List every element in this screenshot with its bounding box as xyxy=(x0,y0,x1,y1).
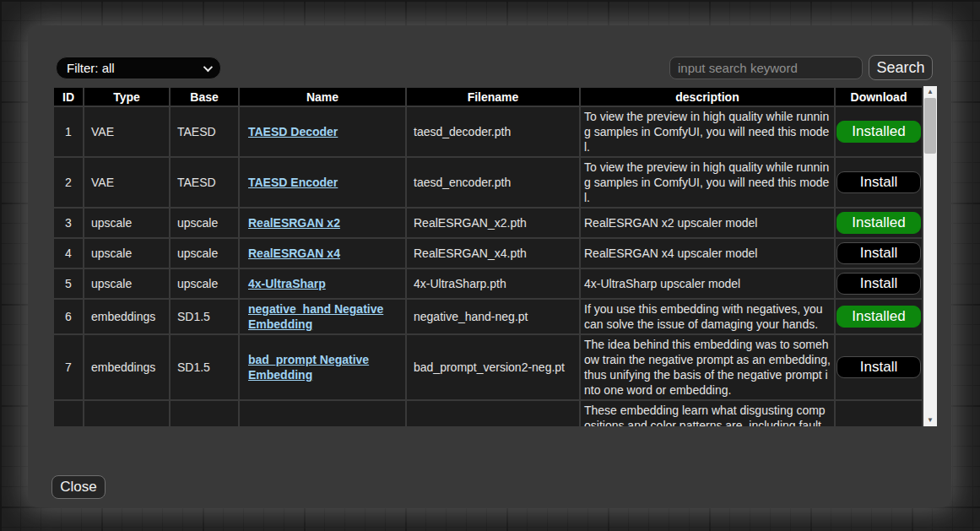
cell-description: RealESRGAN x4 upscaler model xyxy=(581,239,834,268)
cell-filename: taesd_encoder.pth xyxy=(407,158,579,207)
column-header-base: Base xyxy=(171,88,238,106)
table-row: 1VAETAESDTAESD Decodertaesd_decoder.pthT… xyxy=(54,107,922,156)
scroll-up-icon[interactable]: ▲ xyxy=(923,86,937,98)
cell-filename: 4x-UltraSharp.pth xyxy=(407,269,579,298)
search-button[interactable]: Search xyxy=(869,55,933,80)
cell-description: To view the preview in high quality whil… xyxy=(581,158,834,207)
model-name-link[interactable]: 4x-UltraSharp xyxy=(248,277,326,290)
cell-type: VAE xyxy=(84,158,169,207)
model-name-link[interactable]: bad_prompt Negative Embedding xyxy=(248,353,369,382)
close-button[interactable]: Close xyxy=(51,475,106,499)
table-header-row: IDTypeBaseNameFilenamedescriptionDownloa… xyxy=(54,88,922,106)
table-row: 7embeddingsSD1.5bad_prompt Negative Embe… xyxy=(54,335,922,399)
install-button[interactable]: Install xyxy=(837,242,921,264)
cell-id: 4 xyxy=(54,239,83,268)
cell-filename: negative_hand-neg.pt xyxy=(407,300,579,333)
cell-type: embeddings xyxy=(84,335,169,399)
models-table: IDTypeBaseNameFilenamedescriptionDownloa… xyxy=(52,86,923,426)
cell-description: 4x-UltraSharp upscaler model xyxy=(581,269,834,298)
search-input[interactable] xyxy=(669,57,863,79)
cell-name: 4x-UltraSharp xyxy=(240,269,405,298)
install-button[interactable]: Install xyxy=(837,356,921,378)
cell-base: TAESD xyxy=(171,158,238,207)
cell-download: Install xyxy=(836,158,922,207)
filter-select-value: Filter: all xyxy=(67,61,115,75)
cell-id xyxy=(54,401,83,426)
model-name-link[interactable]: RealESRGAN x2 xyxy=(248,216,340,230)
installed-button: Installed xyxy=(837,306,921,328)
cell-base: upscale xyxy=(171,239,238,268)
filter-select[interactable]: Filter: all xyxy=(56,57,221,79)
model-name-link[interactable]: RealESRGAN x4 xyxy=(248,247,340,260)
install-models-dialog: Filter: all Search IDTypeBaseNameFilenam… xyxy=(28,25,951,507)
cell-name: RealESRGAN x2 xyxy=(240,209,405,237)
install-button[interactable]: Install xyxy=(837,171,921,193)
installed-button: Installed xyxy=(837,121,921,143)
cell-filename: taesd_decoder.pth xyxy=(407,107,579,156)
cell-type: upscale xyxy=(84,239,169,268)
model-name-link[interactable]: TAESD Decoder xyxy=(248,125,338,138)
column-header-filename: Filename xyxy=(407,88,579,106)
cell-name: negative_hand Negative Embedding xyxy=(240,300,405,333)
cell-id: 5 xyxy=(54,269,83,298)
scrollbar-thumb[interactable] xyxy=(924,98,936,154)
cell-id: 7 xyxy=(54,335,83,399)
cell-name: TAESD Decoder xyxy=(240,107,405,156)
column-header-download: Download xyxy=(836,88,922,106)
cell-description: These embedding learn what disgusting co… xyxy=(581,401,834,426)
cell-download: Installed xyxy=(836,107,922,156)
table-row: 4upscaleupscaleRealESRGAN x4RealESRGAN_x… xyxy=(54,239,922,268)
cell-id: 1 xyxy=(54,107,83,156)
column-header-type: Type xyxy=(84,88,169,106)
table-row: 3upscaleupscaleRealESRGAN x2RealESRGAN_x… xyxy=(54,209,922,237)
cell-type xyxy=(84,401,169,426)
cell-type: VAE xyxy=(84,107,169,156)
column-header-description: description xyxy=(581,88,834,106)
table-row: These embedding learn what disgusting co… xyxy=(54,401,922,426)
cell-base xyxy=(171,401,238,426)
cell-name xyxy=(240,401,405,426)
cell-base: upscale xyxy=(171,269,238,298)
cell-id: 3 xyxy=(54,209,83,237)
models-table-container: IDTypeBaseNameFilenamedescriptionDownloa… xyxy=(52,86,937,426)
scroll-down-icon[interactable]: ▼ xyxy=(923,415,937,426)
cell-filename xyxy=(407,401,579,426)
cell-base: SD1.5 xyxy=(171,335,238,399)
cell-type: upscale xyxy=(84,269,169,298)
table-body: 1VAETAESDTAESD Decodertaesd_decoder.pthT… xyxy=(54,107,922,426)
column-header-id: ID xyxy=(54,88,83,106)
column-header-name: Name xyxy=(240,88,405,106)
cell-download: Installed xyxy=(836,300,922,333)
table-row: 5upscaleupscale4x-UltraSharp4x-UltraShar… xyxy=(54,269,922,298)
cell-description: To view the preview in high quality whil… xyxy=(581,107,834,156)
cell-filename: RealESRGAN_x4.pth xyxy=(407,239,579,268)
cell-base: SD1.5 xyxy=(171,300,238,333)
cell-type: embeddings xyxy=(84,300,169,333)
cell-base: upscale xyxy=(171,209,238,237)
cell-download: Install xyxy=(836,239,922,268)
cell-type: upscale xyxy=(84,209,169,237)
cell-download: Install xyxy=(836,269,922,298)
cell-description: If you use this embedding with negatives… xyxy=(581,300,834,333)
cell-download: Install xyxy=(836,335,922,399)
cell-download xyxy=(836,401,922,426)
installed-button: Installed xyxy=(837,212,921,234)
cell-base: TAESD xyxy=(171,107,238,156)
install-button[interactable]: Install xyxy=(837,273,921,295)
model-name-link[interactable]: TAESD Encoder xyxy=(248,176,338,189)
chevron-down-icon xyxy=(203,62,213,71)
cell-id: 6 xyxy=(54,300,83,333)
cell-id: 2 xyxy=(54,158,83,207)
model-name-link[interactable]: negative_hand Negative Embedding xyxy=(248,302,383,331)
cell-description: The idea behind this embedding was to so… xyxy=(581,335,834,399)
cell-description: RealESRGAN x2 upscaler model xyxy=(581,209,834,237)
table-scrollbar[interactable]: ▲ ▼ xyxy=(923,86,937,426)
cell-filename: bad_prompt_version2-neg.pt xyxy=(407,335,579,399)
cell-name: bad_prompt Negative Embedding xyxy=(240,335,405,399)
cell-download: Installed xyxy=(836,209,922,237)
cell-name: TAESD Encoder xyxy=(240,158,405,207)
table-row: 6embeddingsSD1.5negative_hand Negative E… xyxy=(54,300,922,333)
cell-name: RealESRGAN x4 xyxy=(240,239,405,268)
cell-filename: RealESRGAN_x2.pth xyxy=(407,209,579,237)
table-row: 2VAETAESDTAESD Encodertaesd_encoder.pthT… xyxy=(54,158,922,207)
